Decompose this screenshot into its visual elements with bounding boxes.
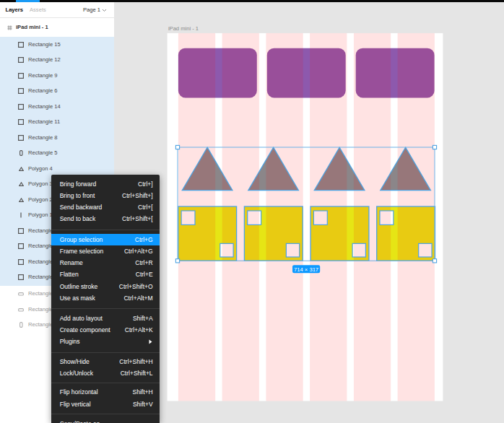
svg-text:iPad mini - 1: iPad mini - 1 [168, 25, 199, 32]
svg-text:714 × 317: 714 × 317 [294, 266, 318, 273]
